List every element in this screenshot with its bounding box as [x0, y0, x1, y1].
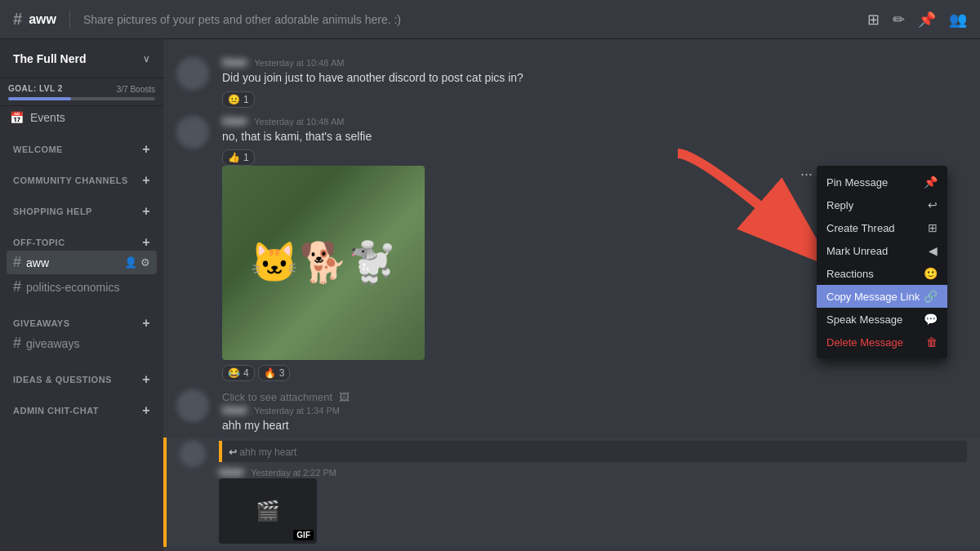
message-body-1: User Yesterday at 10:48 AM Did you join …	[222, 56, 967, 108]
create-thread-icon: ⊞	[928, 221, 938, 234]
fire-count: 3	[279, 367, 285, 379]
add-channel-ideas-icon[interactable]: +	[142, 372, 150, 387]
attachment-placeholder[interactable]: Click to see attachment 🖼	[222, 391, 967, 403]
context-menu-pin[interactable]: Pin Message 📌	[817, 171, 947, 193]
settings-icon[interactable]: ⚙	[140, 256, 150, 269]
reaction-1-count: 1	[243, 94, 249, 105]
image-reactions-2: 😂 4 🔥 3	[222, 365, 967, 381]
reaction-2-count: 1	[243, 152, 249, 163]
section-label-welcome[interactable]: WELCOME +	[7, 142, 157, 157]
server-name: The Full Nerd	[13, 52, 136, 65]
add-channel-offtopic-icon[interactable]: +	[142, 235, 150, 250]
section-label-community[interactable]: COMMUNITY CHANNELS +	[7, 173, 157, 188]
top-bar: # aww Share pictures of your pets and ot…	[0, 0, 980, 39]
section-name-welcome: WELCOME	[13, 144, 63, 154]
copy-message-link-label: Copy Message Link	[826, 291, 920, 303]
content-area: User Yesterday at 10:48 AM Did you join …	[163, 39, 980, 551]
boost-label: GOAL: LVL 2	[8, 84, 63, 93]
attachment-icon: 🖼	[339, 391, 350, 403]
members-icon[interactable]: 👥	[949, 11, 967, 29]
add-channel-community-icon[interactable]: +	[142, 173, 150, 188]
channel-icons-aww: 👤 ⚙	[124, 256, 150, 269]
boost-bar[interactable]: GOAL: LVL 2 3/7 Boosts	[0, 78, 163, 106]
channel-name: aww	[29, 12, 56, 27]
sidebar-section-giveaways: GIVEAWAYS + # giveaways	[0, 303, 163, 359]
reactions-1: 😐 1	[222, 91, 967, 108]
mark-unread-icon: ◀	[929, 244, 938, 257]
gif-thumbnail[interactable]: 🎬 GIF	[219, 478, 317, 544]
message-header-1: User Yesterday at 10:48 AM	[222, 56, 967, 69]
context-menu-reply[interactable]: Reply ↩	[817, 193, 947, 216]
add-member-icon[interactable]: 👤	[124, 256, 137, 269]
reactions-label: Reactions	[826, 268, 874, 280]
message-timestamp-4: Yesterday at 2:22 PM	[251, 468, 336, 478]
sidebar-section-admin: ADMIN CHIT-CHAT +	[0, 390, 163, 421]
reply-text-4: ahh my heart	[239, 447, 296, 458]
cat-dogs-image[interactable]	[222, 166, 425, 360]
reactions-2: 👍 1	[222, 149, 967, 166]
context-menu-more-button[interactable]: ···	[800, 166, 813, 183]
context-menu-speak[interactable]: Speak Message 💬	[817, 308, 947, 331]
reaction-2-thumbsup[interactable]: 👍 1	[222, 149, 255, 166]
add-channel-giveaways-icon[interactable]: +	[142, 316, 150, 331]
hash-icon-giveaways: #	[13, 335, 21, 352]
sidebar-item-politics[interactable]: # politics-economics	[7, 275, 157, 299]
context-menu-create-thread[interactable]: Create Thread ⊞	[817, 216, 947, 239]
delete-icon: 🗑	[926, 335, 938, 349]
pin-icon[interactable]: 📌	[918, 11, 936, 29]
channel-label-giveaways: giveaways	[26, 337, 79, 350]
server-header[interactable]: The Full Nerd ∨	[0, 39, 163, 78]
calendar-icon: 📅	[10, 111, 24, 124]
sidebar-section-offtopic: OFF-TOPIC + # aww 👤 ⚙ # politics-economi…	[0, 222, 163, 303]
message-timestamp-3: Yesterday at 1:34 PM	[254, 406, 340, 415]
message-header-3: User Yesterday at 1:34 PM	[222, 403, 967, 416]
reply-label: Reply	[826, 199, 853, 211]
threads-icon[interactable]: ⊞	[867, 11, 880, 29]
message-timestamp-2: Yesterday at 10:48 AM	[254, 117, 344, 127]
context-menu-copy-link[interactable]: Copy Message Link 🔗	[817, 285, 947, 308]
reaction-1-emoji[interactable]: 😐 1	[222, 91, 255, 108]
gif-icon: 🎬	[256, 500, 280, 522]
edit-icon[interactable]: ✏	[893, 11, 905, 29]
reaction-2-icon: 👍	[228, 152, 240, 163]
mark-unread-label: Mark Unread	[826, 245, 888, 257]
channel-label-politics: politics-economics	[26, 281, 119, 294]
copy-link-icon: 🔗	[924, 290, 938, 303]
sidebar-section-welcome: WELCOME +	[0, 129, 163, 160]
sidebar-item-giveaways[interactable]: # giveaways	[7, 331, 157, 355]
context-menu-delete[interactable]: Delete Message 🗑	[817, 331, 947, 353]
context-menu: Pin Message 📌 Reply ↩ Create Thread ⊞ Ma…	[817, 166, 947, 358]
attachment-text: Click to see attachment	[222, 391, 332, 403]
message-timestamp-1: Yesterday at 10:48 AM	[254, 58, 344, 68]
add-channel-admin-icon[interactable]: +	[142, 403, 150, 418]
reply-author-4: ↩	[229, 447, 239, 458]
channel-hash-icon: #	[13, 10, 22, 29]
section-label-ideas[interactable]: IDEAS & QUESTIONS +	[7, 372, 157, 387]
channel-label-aww: aww	[26, 256, 49, 269]
context-menu-reactions[interactable]: Reactions 🙂	[817, 262, 947, 285]
context-menu-mark-unread[interactable]: Mark Unread ◀	[817, 239, 947, 262]
reaction-fire[interactable]: 🔥 3	[258, 365, 291, 381]
message-text-1: Did you join just to have another discor…	[222, 70, 967, 87]
section-label-shopping[interactable]: SHOPPING HELP +	[7, 204, 157, 219]
add-channel-shopping-icon[interactable]: +	[142, 204, 150, 219]
gif-badge: GIF	[293, 530, 314, 540]
speak-message-label: Speak Message	[826, 313, 902, 326]
sidebar: The Full Nerd ∨ GOAL: LVL 2 3/7 Boosts 📅…	[0, 39, 163, 551]
reaction-1-icon: 😐	[228, 94, 240, 105]
avatar-1	[176, 57, 209, 90]
message-1: User Yesterday at 10:48 AM Did you join …	[163, 52, 980, 111]
sidebar-events[interactable]: 📅 Events	[0, 106, 163, 129]
section-name-ideas: IDEAS & QUESTIONS	[13, 375, 112, 384]
section-label-offtopic[interactable]: OFF-TOPIC +	[7, 235, 157, 250]
message-author-4: User	[219, 465, 244, 478]
add-channel-welcome-icon[interactable]: +	[142, 142, 150, 157]
section-label-giveaways[interactable]: GIVEAWAYS +	[7, 316, 157, 331]
reaction-laugh[interactable]: 😂 4	[222, 365, 255, 381]
section-name-admin: ADMIN CHIT-CHAT	[13, 406, 99, 415]
section-name-giveaways: GIVEAWAYS	[13, 318, 70, 328]
section-label-admin[interactable]: ADMIN CHIT-CHAT +	[7, 403, 157, 418]
message-header-2: User Yesterday at 10:48 AM	[222, 114, 967, 127]
sidebar-item-aww[interactable]: # aww 👤 ⚙	[7, 251, 157, 274]
laugh-count: 4	[243, 367, 249, 379]
